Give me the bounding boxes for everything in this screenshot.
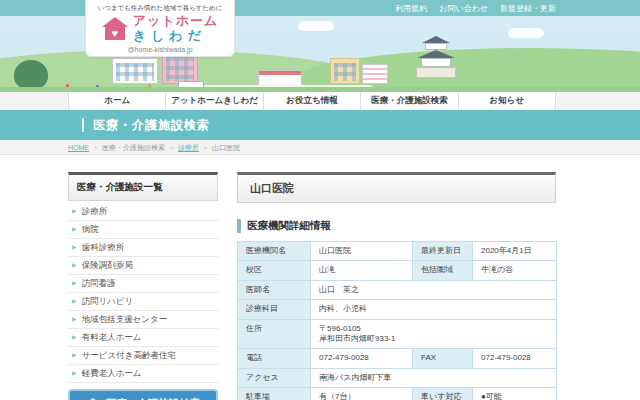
field-label: 最終更新日 — [413, 242, 473, 261]
sidebar-item-clinic[interactable]: ▶診療所 — [68, 203, 218, 221]
site-tagline: いつまでも住み慣れた地域で暮らすために — [92, 3, 228, 12]
field-label: 医療機関名 — [238, 242, 311, 261]
field-value: 山滝 — [311, 261, 413, 280]
field-value: 山口 英之 — [311, 280, 557, 299]
arrow-right-icon: ▶ — [72, 261, 77, 270]
nav-item-home[interactable]: ホーム — [69, 92, 166, 110]
sidebar-item-label: 訪問リハビリ — [82, 297, 134, 306]
arrow-right-icon: ▶ — [72, 297, 77, 306]
field-label: 校区 — [238, 261, 311, 280]
breadcrumb: HOME＞医療・介護施設検索＞診療所＞山口医院 — [68, 140, 240, 155]
field-value: 2020年4月1日 — [473, 242, 557, 261]
nav-item-news[interactable]: お知らせ — [459, 92, 556, 110]
arrow-right-icon: ▶ — [72, 279, 77, 288]
field-value: ●可能 — [473, 388, 557, 400]
field-label: 住所 — [238, 319, 311, 349]
nav-item-facility-search[interactable]: 医療・介護施設検索 — [361, 92, 458, 110]
sidebar-item-label: 軽費老人ホーム — [82, 369, 142, 378]
site-logo[interactable]: いつまでも住み慣れた地域で暮らすために ♥ アットホーム きしわだ @home-… — [85, 0, 235, 57]
field-value: 牛滝の谷 — [473, 261, 557, 280]
section-heading-text: 医療機関詳細情報 — [247, 219, 331, 233]
field-value: 072-479-0028 — [473, 349, 557, 368]
field-label: FAX — [413, 349, 473, 368]
sidebar-list: ▶診療所▶病院▶歯科診療所▶保険調剤薬局▶訪問看護▶訪問リハビリ▶地域包括支援セ… — [68, 203, 218, 383]
field-label: 駐車場 — [238, 388, 311, 400]
page-title-bar: 医療・介護施設検索 — [0, 110, 640, 140]
facility-detail-table: 医療機関名山口医院最終更新日2020年4月1日校区山滝包括圏域牛滝の谷医師名山口… — [237, 241, 557, 400]
page-title: 医療・介護施設検索 — [93, 117, 210, 134]
field-value: 内科、小児科 — [311, 300, 557, 319]
sidebar-item-label: サービス付き高齢者住宅 — [82, 351, 176, 360]
sidebar-item-dental-clinic[interactable]: ▶歯科診療所 — [68, 239, 218, 257]
field-value: 有（7台） — [311, 388, 413, 400]
building-shape — [362, 64, 388, 84]
sidebar-item-low-cost-nursing-home[interactable]: ▶軽費老人ホーム — [68, 365, 218, 383]
field-label: 医師名 — [238, 280, 311, 299]
top-link-register[interactable]: 新規登録・更新 — [500, 3, 556, 14]
sidebar-item-label: 保険調剤薬局 — [82, 261, 133, 270]
kishiwada-castle-icon — [408, 30, 464, 78]
table-row: アクセス南海バス内畑町下車 — [238, 368, 557, 387]
arrow-right-icon: ▶ — [72, 333, 77, 342]
sidebar-item-label: 訪問看護 — [82, 279, 116, 288]
arrow-right-icon: ▶ — [72, 207, 77, 216]
main-nav: ホームアットホームきしわだお役立ち情報医療・介護施設検索お知らせ — [68, 92, 556, 110]
table-row: 医師名山口 英之 — [238, 280, 557, 299]
field-label: 電話 — [238, 349, 311, 368]
cloud-shape — [298, 21, 334, 31]
building-shape — [330, 58, 360, 84]
table-row: 診療科目内科、小児科 — [238, 300, 557, 319]
sidebar-item-visiting-rehab[interactable]: ▶訪問リハビリ — [68, 293, 218, 311]
field-value: 〒596-0105 岸和田市内畑町933-1 — [311, 319, 557, 349]
top-link-contact[interactable]: お問い合わせ — [439, 3, 488, 14]
top-link-terms[interactable]: 利用規約 — [395, 3, 427, 14]
arrow-right-icon: ▶ — [72, 315, 77, 324]
field-label: 診療科目 — [238, 300, 311, 319]
field-value: 072-479-0028 — [311, 349, 413, 368]
arrow-right-icon: ▶ — [72, 243, 77, 252]
field-value: 南海バス内畑町下車 — [311, 368, 557, 387]
sidebar-item-senior-housing[interactable]: ▶サービス付き高齢者住宅 — [68, 347, 218, 365]
building-shape — [258, 70, 302, 86]
sidebar-item-label: 地域包括支援センター — [82, 315, 168, 324]
sidebar-item-label: 歯科診療所 — [82, 243, 125, 252]
field-label: アクセス — [238, 368, 311, 387]
sidebar-item-pharmacy[interactable]: ▶保険調剤薬局 — [68, 257, 218, 275]
table-row: 校区山滝包括圏域牛滝の谷 — [238, 261, 557, 280]
breadcrumb-current: 山口医院 — [212, 143, 240, 153]
facility-detail-table-body: 医療機関名山口医院最終更新日2020年4月1日校区山滝包括圏域牛滝の谷医師名山口… — [238, 242, 557, 400]
page: 利用規約お問い合わせ新規登録・更新 いつまでも住み慣れた地域で暮らすために — [0, 0, 640, 400]
table-row: 住所〒596-0105 岸和田市内畑町933-1 — [238, 319, 557, 349]
sidebar-item-community-support-center[interactable]: ▶地域包括支援センター — [68, 311, 218, 329]
breadcrumb-separator: ＞ — [202, 143, 209, 153]
field-value: 山口医院 — [311, 242, 413, 261]
nav-item-useful-info[interactable]: お役立ち情報 — [264, 92, 361, 110]
building-shape — [112, 58, 158, 84]
facility-search-button[interactable]: 医療・介護施設検索 — [68, 389, 218, 400]
arrow-right-icon: ▶ — [72, 369, 77, 378]
content: 医療・介護施設一覧 ▶診療所▶病院▶歯科診療所▶保険調剤薬局▶訪問看護▶訪問リハ… — [0, 155, 640, 400]
logo-house-heart-icon: ♥ — [102, 17, 128, 40]
breadcrumb-bar: HOME＞医療・介護施設検索＞診療所＞山口医院 — [0, 140, 640, 155]
logo-domain: @home-kishiwada.jp — [86, 46, 234, 53]
sidebar: 医療・介護施設一覧 ▶診療所▶病院▶歯科診療所▶保険調剤薬局▶訪問看護▶訪問リハ… — [68, 172, 218, 400]
sidebar-item-label: 有料老人ホーム — [82, 333, 142, 342]
main-panel: 山口医院 医療機関詳細情報 医療機関名山口医院最終更新日2020年4月1日校区山… — [237, 172, 556, 400]
sidebar-item-label: 診療所 — [82, 207, 108, 216]
tree-icon — [14, 60, 48, 90]
breadcrumb-home[interactable]: HOME — [68, 144, 89, 151]
top-links: 利用規約お問い合わせ新規登録・更新 — [395, 0, 556, 16]
title-tick — [82, 118, 84, 132]
facility-name-heading: 山口医院 — [237, 172, 556, 203]
field-label: 包括圏域 — [413, 261, 473, 280]
cloud-shape — [508, 28, 544, 38]
nav-item-athome-kishiwada[interactable]: アットホームきしわだ — [166, 92, 263, 110]
sidebar-item-visiting-nursing[interactable]: ▶訪問看護 — [68, 275, 218, 293]
section-heading: 医療機関詳細情報 — [237, 219, 556, 233]
sidebar-item-paid-nursing-home[interactable]: ▶有料老人ホーム — [68, 329, 218, 347]
sidebar-heading: 医療・介護施設一覧 — [68, 172, 218, 201]
sidebar-item-hospital[interactable]: ▶病院 — [68, 221, 218, 239]
breadcrumb-separator: ＞ — [168, 143, 175, 153]
table-row: 電話072-479-0028FAX072-479-0028 — [238, 349, 557, 368]
breadcrumb-clinic[interactable]: 診療所 — [178, 143, 199, 153]
